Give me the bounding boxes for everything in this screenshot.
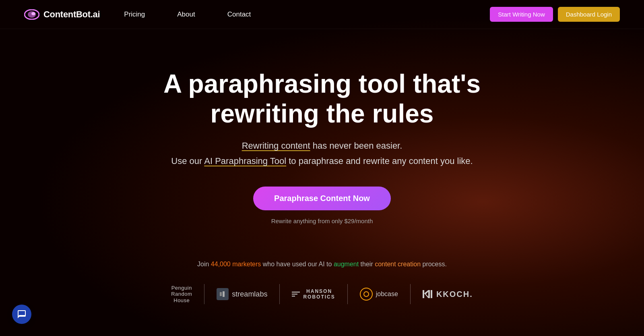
nav-link-pricing[interactable]: Pricing	[124, 10, 145, 19]
chat-icon	[17, 309, 27, 319]
navigation: ContentBot.ai Pricing About Contact Star…	[0, 0, 644, 29]
sp-mid1: who have used our AI to	[261, 261, 334, 268]
hero-pricing-note: Rewrite anything from only $29/month	[271, 218, 373, 224]
hero-section: A paraphrasing tool that's rewriting the…	[0, 29, 644, 249]
hanson-line1: HANSON	[303, 288, 335, 294]
hanson-bar-1	[292, 292, 300, 292]
logo-divider-2	[279, 284, 280, 304]
sp-prefix: Join	[197, 261, 211, 268]
subtitle-rewriting: Rewriting content	[242, 141, 310, 151]
nav-actions: Start Writing Now Dashboard Login	[490, 7, 620, 22]
svg-point-2	[31, 12, 35, 15]
partner-logos: Penguin Random House streamlabs	[0, 284, 644, 304]
logo-divider-3	[347, 284, 348, 304]
sp-suffix: process.	[421, 261, 447, 268]
hanson-bars-icon	[292, 292, 300, 297]
streamlabs-logo: streamlabs	[217, 288, 267, 300]
dashboard-login-button[interactable]: Dashboard Login	[558, 7, 620, 22]
subtitle2-suffix: to paraphrase and rewrite any content yo…	[286, 156, 473, 166]
koch-text: KKOCH.	[436, 290, 473, 299]
jobcase-circle-icon	[360, 288, 373, 301]
penguin-logo: Penguin Random House	[171, 285, 192, 304]
svg-rect-4	[223, 291, 225, 297]
paraphrase-cta-button[interactable]: Paraphrase Content Now	[253, 187, 391, 210]
sp-mid2: their	[359, 261, 375, 268]
streamlabs-text: streamlabs	[232, 290, 267, 299]
jobcase-inner-icon	[363, 291, 369, 297]
hanson-logo: HANSON ROBOTICS	[292, 288, 335, 300]
subtitle2-link: AI Paraphrasing Tool	[204, 156, 286, 166]
jobcase-text: jobcase	[376, 290, 398, 298]
nav-link-about[interactable]: About	[177, 10, 195, 19]
sp-highlight1: 44,000 marketers	[211, 261, 261, 268]
koch-k-icon	[423, 290, 433, 298]
subtitle2-prefix: Use our	[171, 156, 204, 166]
start-writing-button[interactable]: Start Writing Now	[490, 7, 553, 22]
penguin-line3: House	[171, 297, 192, 304]
hero-subtitle: Rewriting content has never been easier.	[242, 141, 402, 151]
social-proof-text: Join 44,000 marketers who have used our …	[0, 261, 644, 268]
sp-highlight2: augment	[334, 261, 359, 268]
koch-logo: KKOCH.	[423, 290, 473, 299]
penguin-line2: Random	[171, 291, 192, 297]
nav-link-contact[interactable]: Contact	[227, 10, 251, 19]
nav-links: Pricing About Contact	[124, 10, 490, 19]
logo[interactable]: ContentBot.ai	[24, 9, 100, 20]
chat-widget[interactable]	[12, 305, 31, 324]
hanson-text: HANSON ROBOTICS	[303, 288, 335, 300]
svg-rect-8	[431, 290, 432, 298]
logo-text: ContentBot.ai	[43, 9, 100, 20]
social-proof-section: Join 44,000 marketers who have used our …	[0, 249, 644, 324]
hanson-bar-2	[292, 294, 297, 295]
svg-rect-5	[423, 290, 424, 298]
subtitle-rest: has never been easier.	[310, 141, 402, 151]
logo-divider-1	[204, 284, 204, 304]
logo-divider-4	[410, 284, 411, 304]
hanson-line2: ROBOTICS	[303, 294, 335, 300]
svg-rect-3	[220, 292, 222, 296]
streamlabs-icon	[217, 288, 229, 300]
penguin-line1: Penguin	[171, 285, 192, 291]
sp-highlight3: content creation	[375, 261, 421, 268]
svg-rect-7	[428, 290, 430, 298]
hero-subtitle2: Use our AI Paraphrasing Tool to paraphra…	[171, 156, 473, 166]
hanson-bar-3	[292, 296, 295, 297]
hero-title: A paraphrasing tool that's rewriting the…	[111, 69, 533, 129]
logo-icon	[24, 9, 39, 20]
jobcase-logo: jobcase	[360, 288, 398, 301]
